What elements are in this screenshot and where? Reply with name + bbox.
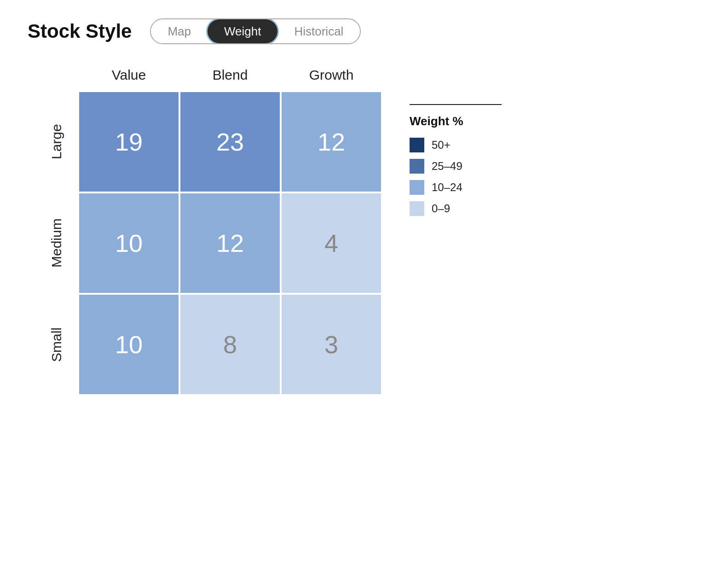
legend-swatch-10-24 [410,180,424,195]
legend-divider [410,104,502,105]
legend-item-10-24: 10–24 [410,180,511,195]
tab-historical[interactable]: Historical [277,19,360,43]
legend-swatch-50plus [410,138,424,152]
col-header-growth: Growth [281,67,382,91]
legend-label-50plus: 50+ [432,139,451,151]
cell-medium-value: 10 [78,192,179,294]
cell-small-blend: 8 [179,294,281,395]
legend-swatch-0-9 [410,201,424,216]
cell-large-growth: 12 [281,91,382,192]
stock-style-container: Stock Style Map Weight Historical Value … [28,18,700,395]
cell-large-blend: 23 [179,91,281,192]
cell-small-value: 10 [78,294,179,395]
legend-swatch-25-49 [410,159,424,174]
legend-item-0-9: 0–9 [410,201,511,216]
legend-item-25-49: 25–49 [410,159,511,174]
page-title: Stock Style [28,20,132,42]
tab-map[interactable]: Map [151,19,208,43]
legend-section: Weight % 50+ 25–49 10–24 0–9 [410,67,511,222]
grid-row-medium: Medium 10 12 4 [28,192,382,294]
legend-label-10-24: 10–24 [432,181,462,194]
legend-label-25-49: 25–49 [432,160,462,173]
column-headers: Value Blend Growth [78,67,382,91]
col-header-value: Value [78,67,179,91]
legend-item-50plus: 50+ [410,138,511,152]
row-label-small: Small [28,294,78,395]
cell-large-value: 19 [78,91,179,192]
cell-medium-growth: 4 [281,192,382,294]
grid-row-small: Small 10 8 3 [28,294,382,395]
grid-section: Value Blend Growth Large 19 23 12 [28,67,382,395]
grid-body: Large 19 23 12 Medium 10 [28,91,382,395]
grid-row-large: Large 19 23 12 [28,91,382,192]
col-header-blend: Blend [179,67,281,91]
tab-weight[interactable]: Weight [208,19,277,43]
main-content: Value Blend Growth Large 19 23 12 [28,67,700,395]
row-label-medium: Medium [28,192,78,294]
tab-switcher: Map Weight Historical [150,18,361,44]
cell-medium-blend: 12 [179,192,281,294]
cell-small-growth: 3 [281,294,382,395]
legend-title: Weight % [410,114,511,128]
legend-label-0-9: 0–9 [432,202,450,215]
row-label-large: Large [28,91,78,192]
header-row: Stock Style Map Weight Historical [28,18,700,44]
